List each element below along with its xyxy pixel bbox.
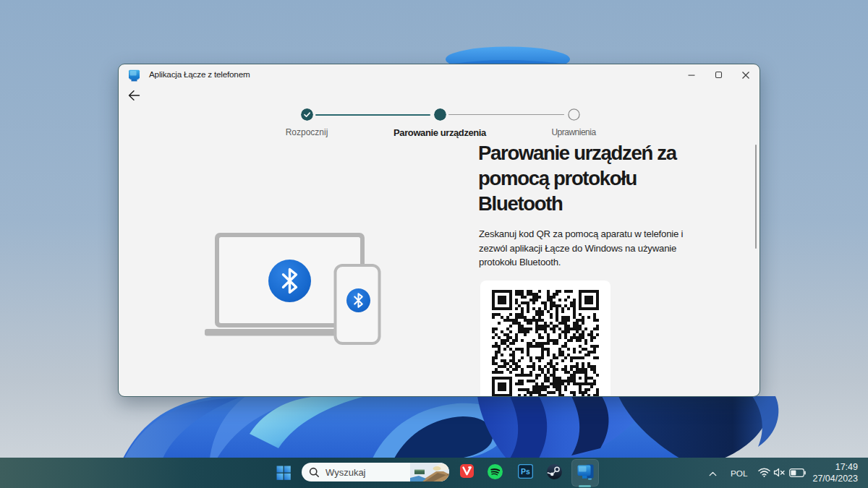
svg-text:Ps: Ps	[521, 467, 530, 476]
